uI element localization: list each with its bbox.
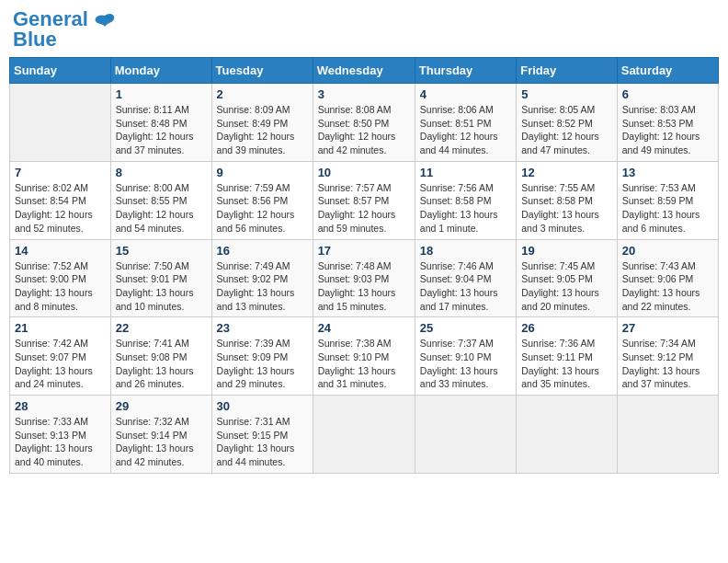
day-cell: 10Sunrise: 7:57 AMSunset: 8:57 PMDayligh… [313,161,415,239]
day-info: Sunrise: 8:02 AMSunset: 8:54 PMDaylight:… [15,181,106,236]
day-number: 6 [622,87,713,101]
day-cell: 23Sunrise: 7:39 AMSunset: 9:09 PMDayligh… [211,317,313,396]
column-header-saturday: Saturday [617,58,718,84]
day-number: 2 [217,87,308,101]
day-cell: 21Sunrise: 7:42 AMSunset: 9:07 PMDayligh… [10,317,111,396]
day-info: Sunrise: 7:57 AMSunset: 8:57 PMDaylight:… [318,181,410,236]
day-cell: 29Sunrise: 7:32 AMSunset: 9:14 PMDayligh… [110,396,211,474]
day-cell [415,396,516,474]
day-info: Sunrise: 8:06 AMSunset: 8:51 PMDaylight:… [420,103,511,157]
week-row-1: 1Sunrise: 8:11 AMSunset: 8:48 PMDaylight… [10,84,719,162]
day-cell: 28Sunrise: 7:33 AMSunset: 9:13 PMDayligh… [10,396,111,474]
day-cell: 12Sunrise: 7:55 AMSunset: 8:58 PMDayligh… [517,161,618,239]
day-info: Sunrise: 8:05 AMSunset: 8:52 PMDaylight:… [521,103,612,157]
day-number: 7 [15,166,106,179]
column-header-friday: Friday [517,58,618,84]
day-info: Sunrise: 7:42 AMSunset: 9:07 PMDaylight:… [15,337,106,391]
day-cell: 22Sunrise: 7:41 AMSunset: 9:08 PMDayligh… [110,317,211,396]
column-header-wednesday: Wednesday [313,58,415,84]
column-header-tuesday: Tuesday [211,58,313,84]
day-cell: 8Sunrise: 8:00 AMSunset: 8:55 PMDaylight… [110,161,211,239]
day-cell: 17Sunrise: 7:48 AMSunset: 9:03 PMDayligh… [313,239,415,317]
day-number: 27 [622,321,713,335]
day-info: Sunrise: 7:55 AMSunset: 8:58 PMDaylight:… [521,181,612,236]
week-row-5: 28Sunrise: 7:33 AMSunset: 9:13 PMDayligh… [10,396,719,474]
day-number: 18 [420,244,511,258]
day-info: Sunrise: 7:59 AMSunset: 8:56 PMDaylight:… [217,181,308,236]
day-info: Sunrise: 7:50 AMSunset: 9:01 PMDaylight:… [116,259,207,314]
day-cell: 30Sunrise: 7:31 AMSunset: 9:15 PMDayligh… [211,396,313,474]
day-cell: 6Sunrise: 8:03 AMSunset: 8:53 PMDaylight… [617,84,718,162]
day-cell: 7Sunrise: 8:02 AMSunset: 8:54 PMDaylight… [10,161,111,239]
day-info: Sunrise: 7:56 AMSunset: 8:58 PMDaylight:… [420,181,511,236]
column-header-thursday: Thursday [415,58,516,84]
week-row-2: 7Sunrise: 8:02 AMSunset: 8:54 PMDaylight… [10,161,719,239]
calendar-table: SundayMondayTuesdayWednesdayThursdayFrid… [9,57,719,474]
day-cell: 26Sunrise: 7:36 AMSunset: 9:11 PMDayligh… [517,317,618,396]
day-cell: 18Sunrise: 7:46 AMSunset: 9:04 PMDayligh… [415,239,516,317]
day-cell: 1Sunrise: 8:11 AMSunset: 8:48 PMDaylight… [110,84,211,162]
day-info: Sunrise: 8:00 AMSunset: 8:55 PMDaylight:… [116,181,207,236]
day-number: 22 [116,321,207,335]
day-cell: 3Sunrise: 8:08 AMSunset: 8:50 PMDaylight… [313,84,415,162]
day-number: 12 [521,166,612,179]
day-cell: 25Sunrise: 7:37 AMSunset: 9:10 PMDayligh… [415,317,516,396]
day-info: Sunrise: 7:41 AMSunset: 9:08 PMDaylight:… [116,337,207,391]
day-cell [10,84,111,162]
day-cell: 2Sunrise: 8:09 AMSunset: 8:49 PMDaylight… [211,84,313,162]
day-cell: 19Sunrise: 7:45 AMSunset: 9:05 PMDayligh… [517,239,618,317]
day-cell: 11Sunrise: 7:56 AMSunset: 8:58 PMDayligh… [415,161,516,239]
day-cell: 15Sunrise: 7:50 AMSunset: 9:01 PMDayligh… [110,239,211,317]
day-cell [313,396,415,474]
day-info: Sunrise: 7:34 AMSunset: 9:12 PMDaylight:… [622,337,713,391]
logo-text: GeneralBlue [13,9,88,50]
day-cell: 20Sunrise: 7:43 AMSunset: 9:06 PMDayligh… [617,239,718,317]
column-header-sunday: Sunday [10,58,111,84]
day-info: Sunrise: 7:49 AMSunset: 9:02 PMDaylight:… [217,259,308,314]
day-info: Sunrise: 7:43 AMSunset: 9:06 PMDaylight:… [622,259,713,314]
day-cell: 14Sunrise: 7:52 AMSunset: 9:00 PMDayligh… [10,239,111,317]
day-cell: 5Sunrise: 8:05 AMSunset: 8:52 PMDaylight… [517,84,618,162]
day-number: 3 [318,87,410,101]
day-info: Sunrise: 7:32 AMSunset: 9:14 PMDaylight:… [116,415,207,469]
day-number: 30 [217,399,308,413]
column-header-monday: Monday [110,58,211,84]
day-info: Sunrise: 7:53 AMSunset: 8:59 PMDaylight:… [622,181,713,236]
day-cell [517,396,618,474]
day-info: Sunrise: 7:48 AMSunset: 9:03 PMDaylight:… [318,259,410,314]
day-number: 13 [622,166,713,179]
week-row-3: 14Sunrise: 7:52 AMSunset: 9:00 PMDayligh… [10,239,719,317]
day-number: 26 [521,321,612,335]
column-headers: SundayMondayTuesdayWednesdayThursdayFrid… [10,58,719,84]
day-info: Sunrise: 7:52 AMSunset: 9:00 PMDaylight:… [15,259,106,314]
day-number: 11 [420,166,511,179]
day-cell: 24Sunrise: 7:38 AMSunset: 9:10 PMDayligh… [313,317,415,396]
day-number: 8 [116,166,207,179]
day-info: Sunrise: 8:03 AMSunset: 8:53 PMDaylight:… [622,103,713,157]
day-number: 23 [217,321,308,335]
day-info: Sunrise: 7:33 AMSunset: 9:13 PMDaylight:… [15,415,106,469]
day-info: Sunrise: 7:37 AMSunset: 9:10 PMDaylight:… [420,337,511,391]
day-number: 17 [318,244,410,258]
day-info: Sunrise: 7:31 AMSunset: 9:15 PMDaylight:… [217,415,308,469]
day-info: Sunrise: 8:08 AMSunset: 8:50 PMDaylight:… [318,103,410,157]
day-number: 16 [217,244,308,258]
day-number: 19 [521,244,612,258]
day-cell: 4Sunrise: 8:06 AMSunset: 8:51 PMDaylight… [415,84,516,162]
week-row-4: 21Sunrise: 7:42 AMSunset: 9:07 PMDayligh… [10,317,719,396]
day-info: Sunrise: 7:38 AMSunset: 9:10 PMDaylight:… [318,337,410,391]
day-number: 14 [15,244,106,258]
day-info: Sunrise: 8:09 AMSunset: 8:49 PMDaylight:… [217,103,308,157]
day-info: Sunrise: 8:11 AMSunset: 8:48 PMDaylight:… [116,103,207,157]
day-number: 21 [15,321,106,335]
day-cell: 13Sunrise: 7:53 AMSunset: 8:59 PMDayligh… [617,161,718,239]
day-number: 5 [521,87,612,101]
day-number: 1 [116,87,207,101]
day-cell [617,396,718,474]
logo: GeneralBlue [13,9,118,50]
day-number: 9 [217,166,308,179]
logo-bird-icon [92,10,118,40]
day-info: Sunrise: 7:45 AMSunset: 9:05 PMDaylight:… [521,259,612,314]
day-cell: 27Sunrise: 7:34 AMSunset: 9:12 PMDayligh… [617,317,718,396]
day-info: Sunrise: 7:46 AMSunset: 9:04 PMDaylight:… [420,259,511,314]
